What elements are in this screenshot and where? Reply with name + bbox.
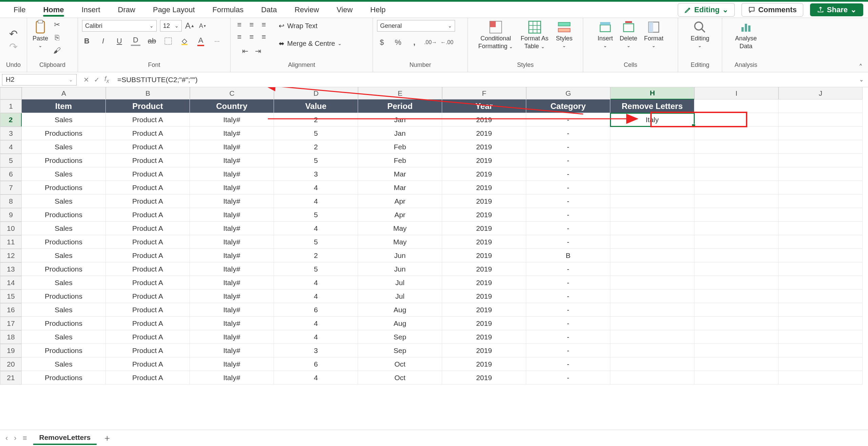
row-header[interactable]: 1	[0, 99, 22, 113]
row-header[interactable]: 12	[0, 249, 22, 262]
cell[interactable]: Product A	[106, 262, 190, 276]
expand-formula-bar-icon[interactable]: ⌄	[854, 76, 868, 83]
cell[interactable]: -	[526, 167, 610, 181]
cell[interactable]: Productions	[22, 208, 106, 222]
cell[interactable]: Product A	[106, 290, 190, 303]
cell[interactable]	[610, 208, 694, 222]
align-middle-icon[interactable]: ≡	[247, 20, 256, 30]
align-center-icon[interactable]: ≡	[247, 32, 256, 42]
row-header[interactable]: 6	[0, 167, 22, 181]
cell[interactable]	[694, 330, 778, 344]
cell[interactable]: Productions	[22, 317, 106, 330]
cell[interactable]: Italy#	[190, 222, 274, 235]
wrap-text-button[interactable]: ↩ Wrap Text	[279, 20, 317, 32]
cell[interactable]: Productions	[22, 262, 106, 276]
cell[interactable]: Mar	[358, 181, 442, 194]
cell[interactable]: Product A	[106, 276, 190, 290]
cell[interactable]: Italy#	[190, 371, 274, 385]
cell[interactable]: Sales	[22, 140, 106, 154]
column-header[interactable]: D	[274, 87, 358, 99]
cell[interactable]: Jan	[358, 127, 442, 140]
increase-decimal-icon[interactable]: .00→	[426, 38, 435, 47]
cell[interactable]: 2	[274, 249, 358, 262]
menu-tab-home[interactable]: Home	[34, 2, 73, 18]
cell[interactable]	[778, 317, 863, 330]
mode-editing-button[interactable]: Editing ⌄	[678, 3, 735, 17]
cell[interactable]: 5	[274, 127, 358, 140]
row-header[interactable]: 13	[0, 262, 22, 276]
cell[interactable]: Italy#	[190, 154, 274, 167]
comma-icon[interactable]: ,	[410, 38, 419, 47]
cell[interactable]: Sep	[358, 330, 442, 344]
cell[interactable]: Product A	[106, 344, 190, 357]
cell[interactable]: Product A	[106, 140, 190, 154]
redo-icon[interactable]: ↷	[9, 42, 18, 51]
cell[interactable]: Italy#	[190, 249, 274, 262]
column-header[interactable]: H	[610, 87, 694, 99]
cell[interactable]: Product A	[106, 235, 190, 249]
cell[interactable]: 2019	[442, 344, 526, 357]
row-header[interactable]: 17	[0, 317, 22, 330]
cell[interactable]	[694, 303, 778, 317]
cell[interactable]: Italy#	[190, 181, 274, 194]
row-header[interactable]: 8	[0, 194, 22, 208]
cell[interactable]	[610, 344, 694, 357]
cell[interactable]: Apr	[358, 208, 442, 222]
cell[interactable]: Product A	[106, 357, 190, 371]
cell[interactable]: Italy#	[190, 290, 274, 303]
cell[interactable]: -	[526, 344, 610, 357]
cell[interactable]: Italy#	[190, 262, 274, 276]
name-box[interactable]: H2 ⌄	[2, 74, 77, 86]
align-left-icon[interactable]: ≡	[235, 32, 244, 42]
align-top-icon[interactable]: ≡	[235, 20, 244, 30]
cell[interactable]	[778, 235, 863, 249]
menu-tab-draw[interactable]: Draw	[109, 2, 144, 18]
cell[interactable]: Apr	[358, 194, 442, 208]
cell[interactable]: 2019	[442, 181, 526, 194]
cell[interactable]: Italy#	[190, 140, 274, 154]
cell[interactable]	[610, 330, 694, 344]
cell[interactable]	[610, 290, 694, 303]
cell[interactable]	[694, 357, 778, 371]
format-as-table-button[interactable]: Format As Table ⌄	[519, 20, 550, 50]
cell[interactable]	[694, 262, 778, 276]
cell[interactable]: Product A	[106, 222, 190, 235]
cell[interactable]: Product A	[106, 154, 190, 167]
more-font-icon[interactable]: ⋯	[212, 36, 222, 46]
cell[interactable]: Sales	[22, 276, 106, 290]
merge-centre-button[interactable]: ⬌ Merge & Centre ⌄	[279, 38, 342, 49]
cell[interactable]: Italy#	[190, 113, 274, 127]
column-header[interactable]: E	[358, 87, 442, 99]
cell[interactable]: Product	[106, 99, 190, 113]
cell[interactable]: 5	[274, 208, 358, 222]
cell[interactable]	[694, 127, 778, 140]
cell[interactable]: Sales	[22, 249, 106, 262]
cell[interactable]: Product A	[106, 371, 190, 385]
cell[interactable]	[694, 167, 778, 181]
cell[interactable]	[610, 262, 694, 276]
cell[interactable]	[610, 167, 694, 181]
row-header[interactable]: 9	[0, 208, 22, 222]
menu-tab-view[interactable]: View	[328, 2, 361, 18]
cell[interactable]: Aug	[358, 317, 442, 330]
cell[interactable]	[778, 357, 863, 371]
cell[interactable]: 2019	[442, 317, 526, 330]
cell[interactable]: Italy#	[190, 276, 274, 290]
cell[interactable]: Feb	[358, 154, 442, 167]
cell[interactable]	[778, 276, 863, 290]
cell[interactable]	[694, 371, 778, 385]
row-header[interactable]: 19	[0, 344, 22, 357]
cell[interactable]: 4	[274, 181, 358, 194]
cell[interactable]: 4	[274, 276, 358, 290]
cell[interactable]: Oct	[358, 357, 442, 371]
cell[interactable]: Jan	[358, 113, 442, 127]
borders-icon[interactable]	[163, 36, 173, 46]
cell[interactable]: Sales	[22, 330, 106, 344]
row-header[interactable]: 21	[0, 371, 22, 385]
spreadsheet-grid[interactable]: ABCDEFGHIJ1ItemProductCountryValuePeriod…	[0, 87, 868, 385]
cell[interactable]: Productions	[22, 290, 106, 303]
number-format-select[interactable]: General⌄	[377, 20, 455, 32]
cell[interactable]: -	[526, 330, 610, 344]
cell[interactable]: B	[526, 249, 610, 262]
menu-tab-help[interactable]: Help	[361, 2, 394, 18]
